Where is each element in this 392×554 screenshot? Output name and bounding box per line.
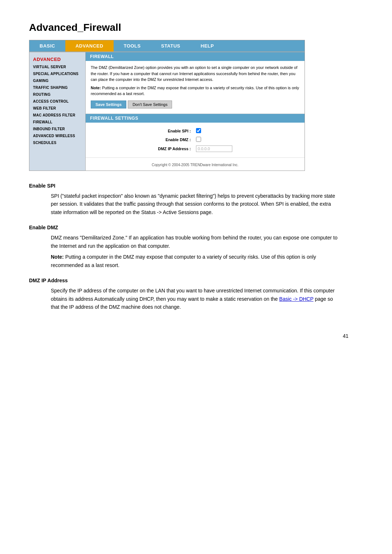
enable-dmz-label: Enable DMZ : bbox=[156, 136, 193, 144]
dmz-ip-input[interactable] bbox=[196, 145, 232, 152]
enable-dmz-cell bbox=[194, 136, 234, 144]
dmz-ip-heading: DMZ IP Address bbox=[29, 276, 341, 284]
firewall-settings-block: Enable SPI : Enable DMZ : DMZ IP Address… bbox=[86, 123, 305, 157]
help-section: Enable SPI SPI ("stateful packet inspect… bbox=[29, 182, 341, 311]
sidebar-item-access-control[interactable]: ACCESS CONTROL bbox=[29, 98, 85, 105]
enable-spi-cell bbox=[194, 127, 234, 135]
enable-spi-label: Enable SPI : bbox=[156, 127, 193, 135]
enable-dmz-note: Note: Putting a computer in the DMZ may … bbox=[51, 253, 341, 269]
router-panel: BASIC ADVANCED TOOLS STATUS HELP ADVANCE… bbox=[29, 40, 305, 171]
page-title: Advanced_Firewall bbox=[29, 22, 363, 33]
sidebar-item-schedules[interactable]: SCHEDULES bbox=[29, 139, 85, 146]
sidebar-item-firewall[interactable]: FIREWALL bbox=[29, 119, 85, 126]
save-settings-button[interactable]: Save Settings bbox=[91, 100, 126, 108]
page-number: 41 bbox=[29, 333, 363, 339]
sidebar: ADVANCED VIRTUAL SERVER SPECIAL APPLICAT… bbox=[29, 52, 86, 171]
dmz-ip-body: Specify the IP address of the computer o… bbox=[51, 287, 341, 311]
button-row: Save Settings Don't Save Settings bbox=[91, 100, 299, 108]
enable-dmz-heading: Enable DMZ bbox=[29, 223, 341, 231]
firewall-note: Note: Putting a computer in the DMZ may … bbox=[91, 85, 299, 97]
nav-help[interactable]: HELP bbox=[191, 40, 224, 52]
dmz-ip-cell bbox=[194, 144, 234, 153]
firewall-content-block: The DMZ (Demilitarized Zone) option prov… bbox=[86, 61, 305, 114]
router-body: ADVANCED VIRTUAL SERVER SPECIAL APPLICAT… bbox=[29, 52, 305, 171]
firewall-settings-header: FIREWALL SETTINGS bbox=[86, 114, 305, 123]
basic-dhcp-link[interactable]: Basic -> DHCP bbox=[279, 296, 313, 302]
sidebar-item-virtual-server[interactable]: VIRTUAL SERVER bbox=[29, 63, 85, 70]
settings-table: Enable SPI : Enable DMZ : DMZ IP Address… bbox=[155, 126, 235, 154]
sidebar-item-mac-address-filter[interactable]: MAC ADDRESS FILTER bbox=[29, 112, 85, 119]
nav-advanced[interactable]: ADVANCED bbox=[65, 40, 114, 52]
table-row: DMZ IP Address : bbox=[156, 144, 234, 153]
enable-dmz-body1: DMZ means "Demilitarized Zone." If an ap… bbox=[51, 234, 341, 250]
enable-dmz-checkbox[interactable] bbox=[196, 137, 201, 142]
sidebar-item-advanced-wireless[interactable]: ADVANCED WIRELESS bbox=[29, 132, 85, 139]
dont-save-settings-button[interactable]: Don't Save Settings bbox=[128, 100, 172, 108]
sidebar-item-traffic-shaping[interactable]: TRAFFIC SHAPING bbox=[29, 84, 85, 91]
sidebar-item-routing[interactable]: ROUTING bbox=[29, 91, 85, 98]
firewall-section-header: FIREWALL bbox=[86, 52, 305, 61]
sidebar-item-web-filter[interactable]: WEB FILTER bbox=[29, 105, 85, 112]
nav-basic[interactable]: BASIC bbox=[29, 40, 65, 52]
firewall-description: The DMZ (Demilitarized Zone) option prov… bbox=[91, 65, 299, 83]
nav-tools[interactable]: TOOLS bbox=[114, 40, 151, 52]
sidebar-item-inbound-filter[interactable]: INBOUND FILTER bbox=[29, 126, 85, 132]
main-content: FIREWALL The DMZ (Demilitarized Zone) op… bbox=[86, 52, 305, 171]
copyright-bar: Copyright © 2004-2005 TRENDware Internat… bbox=[86, 157, 305, 171]
enable-spi-checkbox[interactable] bbox=[196, 128, 201, 133]
enable-spi-heading: Enable SPI bbox=[29, 182, 341, 190]
sidebar-item-gaming[interactable]: GAMING bbox=[29, 77, 85, 84]
table-row: Enable SPI : bbox=[156, 127, 234, 135]
table-row: Enable DMZ : bbox=[156, 136, 234, 144]
nav-status[interactable]: STATUS bbox=[151, 40, 191, 52]
enable-spi-body: SPI ("stateful packet inspection" also k… bbox=[51, 192, 341, 216]
dmz-ip-label: DMZ IP Address : bbox=[156, 144, 193, 153]
sidebar-header: ADVANCED bbox=[29, 54, 85, 63]
top-nav: BASIC ADVANCED TOOLS STATUS HELP bbox=[29, 40, 305, 52]
sidebar-item-special-applications[interactable]: SPECIAL APPLICATIONS bbox=[29, 70, 85, 77]
